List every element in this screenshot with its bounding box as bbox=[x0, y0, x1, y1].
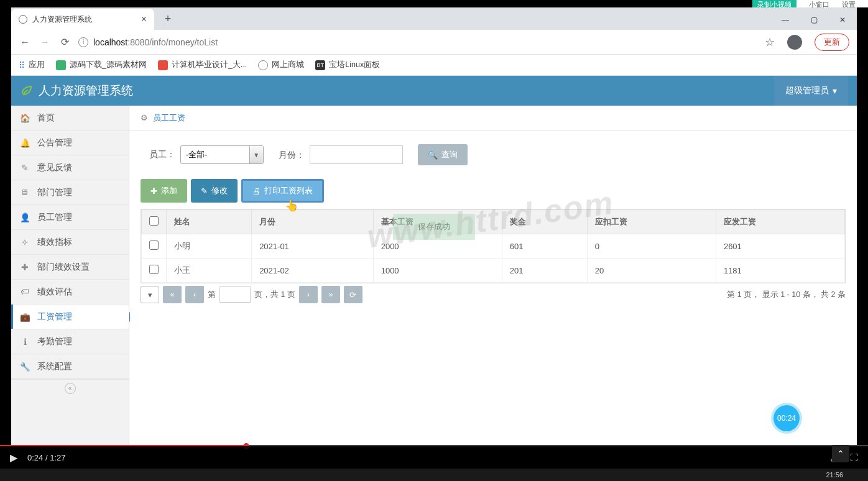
address-bar: ← → ⟳ i localhost:8080/info/money/toList… bbox=[11, 30, 857, 55]
site-info-icon[interactable]: i bbox=[78, 37, 88, 47]
cell-deduct: 0 bbox=[587, 234, 716, 259]
gear-icon: ⚙ bbox=[141, 113, 148, 122]
reload-button[interactable]: ⟳ bbox=[58, 36, 71, 48]
plus-icon: ✚ bbox=[150, 186, 157, 196]
recording-timer-bubble[interactable]: 00:24 bbox=[773, 405, 800, 431]
table-row[interactable]: 小王 2021-02 1000 201 20 1181 bbox=[142, 259, 845, 283]
next-page-button[interactable]: › bbox=[299, 286, 318, 303]
col-name: 姓名 bbox=[167, 210, 252, 234]
close-window-button[interactable]: ✕ bbox=[828, 10, 857, 30]
wrench-icon: 🔧 bbox=[20, 362, 30, 372]
employee-filter-label: 员工： bbox=[149, 150, 175, 159]
forward-button[interactable]: → bbox=[39, 36, 51, 48]
bookmark-item[interactable]: 源码下载_源码素材网 bbox=[56, 60, 147, 70]
cell-base: 1000 bbox=[373, 259, 502, 283]
breadcrumb-link[interactable]: 员工工资 bbox=[153, 112, 185, 124]
browser-window: 人力资源管理系统 × + — ▢ ✕ ← → ⟳ i localhost:808… bbox=[11, 7, 857, 446]
sidebar-collapse-button[interactable]: « bbox=[11, 379, 129, 396]
maximize-button[interactable]: ▢ bbox=[800, 10, 828, 30]
update-browser-button[interactable]: 更新 bbox=[815, 34, 849, 51]
page-prefix: 第 bbox=[208, 290, 216, 300]
row-checkbox[interactable] bbox=[149, 265, 159, 274]
row-checkbox[interactable] bbox=[149, 240, 159, 250]
video-controls: ▶ 0:24 / 1:27 🔊 ⛶ bbox=[0, 446, 868, 469]
cell-month: 2021-01 bbox=[252, 234, 374, 259]
sidebar-item-salary[interactable]: 💼工资管理 bbox=[11, 305, 129, 329]
sidebar-item-dept[interactable]: 🖥部门管理 bbox=[11, 180, 129, 205]
sidebar: 🏠首页 🔔公告管理 ✎意见反馈 🖥部门管理 👤员工管理 ✧绩效指标 ✚部门绩效设… bbox=[11, 106, 129, 446]
cell-bonus: 601 bbox=[502, 234, 587, 259]
new-tab-button[interactable]: + bbox=[159, 10, 177, 27]
sidebar-item-kpi[interactable]: ✧绩效指标 bbox=[11, 230, 129, 255]
home-icon: 🏠 bbox=[20, 113, 30, 123]
cell-net: 2601 bbox=[716, 234, 844, 259]
sidebar-item-employee[interactable]: 👤员工管理 bbox=[11, 205, 129, 230]
sidebar-item-config[interactable]: 🔧系统配置 bbox=[11, 354, 129, 379]
info-icon: ℹ bbox=[20, 337, 30, 347]
settings-btn[interactable]: 设置 bbox=[842, 0, 856, 7]
search-button[interactable]: 🔍 查询 bbox=[418, 144, 468, 165]
play-button[interactable]: ▶ bbox=[10, 452, 17, 464]
month-input[interactable] bbox=[310, 145, 403, 164]
bookmark-favicon bbox=[258, 60, 268, 70]
add-button[interactable]: ✚添加 bbox=[141, 179, 187, 203]
page-number-input[interactable] bbox=[219, 286, 251, 303]
url-path: /info/money/toList bbox=[149, 37, 218, 47]
employee-select-input[interactable] bbox=[181, 150, 249, 160]
globe-icon bbox=[19, 15, 27, 24]
first-page-button[interactable]: « bbox=[163, 286, 182, 303]
sidebar-item-evaluation[interactable]: 🏷绩效评估 bbox=[11, 280, 129, 305]
sidebar-item-home[interactable]: 🏠首页 bbox=[11, 106, 129, 131]
search-icon: 🔍 bbox=[428, 150, 438, 160]
col-bonus: 奖金 bbox=[502, 210, 587, 234]
window-controls: — ▢ ✕ bbox=[771, 10, 857, 30]
minimize-button[interactable]: — bbox=[771, 10, 800, 30]
url-box[interactable]: i localhost:8080/info/money/toList bbox=[78, 37, 757, 47]
sidebar-item-attendance[interactable]: ℹ考勤管理 bbox=[11, 329, 129, 354]
refresh-button[interactable]: ⟳ bbox=[344, 286, 362, 303]
page-size-select[interactable]: ▾ bbox=[141, 286, 159, 303]
bookmark-item[interactable]: 网上商城 bbox=[258, 60, 304, 70]
print-salary-button[interactable]: 🖨打印工资列表 bbox=[241, 179, 324, 203]
os-taskbar: 21:56 bbox=[0, 469, 868, 481]
col-deduct: 应扣工资 bbox=[587, 210, 716, 234]
url-host: localhost bbox=[93, 37, 127, 47]
bookmark-favicon: BT bbox=[315, 60, 325, 70]
edit-icon: ✎ bbox=[201, 186, 208, 196]
employee-select[interactable]: ▼ bbox=[180, 145, 264, 164]
sidebar-item-dept-kpi[interactable]: ✚部门绩效设置 bbox=[11, 255, 129, 280]
record-video-btn[interactable]: 录制小视频 bbox=[752, 0, 796, 7]
leaf-icon bbox=[20, 84, 34, 98]
scroll-top-button[interactable]: ⌃ bbox=[832, 445, 849, 462]
back-button[interactable]: ← bbox=[19, 36, 31, 48]
chevron-left-icon: « bbox=[65, 383, 76, 394]
bookmark-item[interactable]: 计算机毕业设计_大... bbox=[158, 60, 247, 70]
main-content: ⚙ 员工工资 员工： ▼ 月份： bbox=[129, 106, 857, 446]
print-icon: 🖨 bbox=[252, 186, 261, 196]
bookmark-item[interactable]: BT 宝塔Linux面板 bbox=[315, 60, 380, 70]
bookmark-favicon bbox=[158, 60, 168, 70]
sidebar-item-announce[interactable]: 🔔公告管理 bbox=[11, 131, 129, 155]
col-month: 月份 bbox=[252, 210, 374, 234]
bookmark-star-icon[interactable]: ☆ bbox=[765, 35, 775, 49]
browser-tab[interactable]: 人力资源管理系统 × bbox=[11, 9, 154, 30]
user-role-label: 超级管理员 bbox=[785, 85, 829, 96]
apps-button[interactable]: ⠿ 应用 bbox=[19, 60, 45, 70]
user-menu[interactable]: 超级管理员 ▾ bbox=[774, 76, 848, 106]
pencil-icon: ✎ bbox=[20, 163, 30, 173]
small-window-btn[interactable]: 小窗口 bbox=[809, 0, 829, 7]
sidebar-item-feedback[interactable]: ✎意见反馈 bbox=[11, 155, 129, 180]
profile-avatar-icon[interactable] bbox=[787, 35, 802, 50]
chevron-down-icon[interactable]: ▼ bbox=[249, 146, 263, 163]
cell-net: 1181 bbox=[716, 259, 844, 283]
prev-page-button[interactable]: ‹ bbox=[185, 286, 204, 303]
pager-info: 第 1 页， 显示 1 - 10 条， 共 2 条 bbox=[727, 290, 846, 300]
fullscreen-icon[interactable]: ⛶ bbox=[850, 453, 858, 462]
month-filter-label: 月份： bbox=[279, 150, 305, 160]
select-all-checkbox[interactable] bbox=[149, 216, 159, 226]
last-page-button[interactable]: » bbox=[321, 286, 340, 303]
close-tab-icon[interactable]: × bbox=[141, 14, 147, 25]
edit-button[interactable]: ✎修改 bbox=[191, 179, 238, 203]
table-row[interactable]: 小明 2021-01 2000 601 0 2601 bbox=[142, 234, 845, 259]
page-suffix: 页，共 1 页 bbox=[254, 290, 295, 300]
